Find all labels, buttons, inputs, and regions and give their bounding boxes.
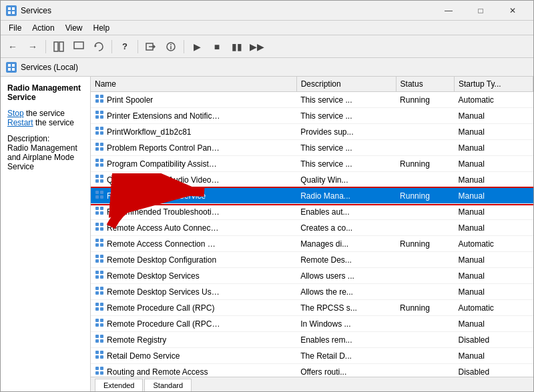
service-status-cell: Running [396,300,454,316]
table-row[interactable]: Remote Procedure Call (RPC)The RPCSS s..… [91,300,533,316]
window-controls: ― □ ✕ [433,1,528,21]
services-table[interactable]: Name Description Status Startup Ty... Pr… [91,77,533,377]
forward-button[interactable]: → [23,38,42,55]
address-bar: Services (Local) [1,58,533,77]
table-row[interactable]: Remote RegistryEnables rem...Disabled [91,332,533,348]
close-button[interactable]: ✕ [497,1,528,21]
table-row[interactable]: Printer Extensions and NotificationsThis… [91,108,533,124]
svg-rect-65 [95,275,99,279]
svg-rect-35 [95,159,99,162]
service-status-cell: Running [396,92,454,108]
show-hide-button[interactable] [49,38,68,55]
table-row[interactable]: PrintWorkflow_d1b2c81Provides sup...Manu… [91,124,533,140]
svg-rect-4 [54,42,58,51]
restart-button[interactable]: ▶▶ [248,38,266,55]
service-status-cell [396,204,454,220]
service-name-text: Program Compatibility Assistant Service [107,159,220,169]
minimize-button[interactable]: ― [433,1,464,21]
svg-rect-28 [100,127,103,130]
table-row[interactable]: Remote Desktop Services UserMode Po...Al… [91,284,533,300]
table-row[interactable]: Remote Procedure Call (RPC) LocatorIn Wi… [91,316,533,332]
properties-button[interactable] [162,38,180,55]
stop-suffix: the service [24,109,65,118]
svg-rect-43 [95,191,99,194]
svg-rect-80 [100,335,103,338]
service-name-cell: Remote Procedure Call (RPC) [91,300,224,315]
menu-bar: File Action View Help [1,21,533,35]
table-row[interactable]: Radio Management ServiceRadio Mana...Run… [91,188,533,204]
pause-button[interactable]: ▮▮ [228,38,246,55]
service-name-text: PrintWorkflow_d1b2c81 [107,127,192,137]
service-icon [95,158,104,169]
svg-rect-89 [95,371,99,375]
restart-link[interactable]: Restart [7,118,33,127]
service-desc-cell: In Windows ... [296,316,396,332]
svg-rect-48 [100,207,103,210]
svg-rect-53 [95,227,99,231]
service-desc-cell: This service ... [296,108,396,124]
service-startup-cell: Manual [454,204,533,220]
export-button[interactable] [142,38,160,55]
menu-help[interactable]: Help [88,22,115,34]
svg-rect-69 [95,291,99,295]
table-row[interactable]: Remote Access Auto Connection Mana...Cre… [91,220,533,236]
service-icon [95,302,104,313]
svg-rect-61 [95,259,99,263]
svg-rect-71 [95,303,99,306]
right-panel: Name Description Status Startup Ty... Pr… [91,77,533,391]
svg-rect-90 [100,371,103,375]
service-name-text: Quality Windows Audio Video Experien... [107,175,220,185]
menu-action[interactable]: Action [27,22,59,34]
service-desc-cell: Manages di... [296,236,396,252]
table-row[interactable]: Recommended Troubleshooting ServiceEnabl… [91,204,533,220]
service-name-cell: Remote Procedure Call (RPC) Locator [91,316,224,331]
play-button[interactable]: ▶ [188,38,206,55]
back-button[interactable]: ← [3,38,22,55]
svg-rect-72 [100,303,103,306]
service-desc-cell: The Retail D... [296,348,396,364]
svg-rect-55 [95,239,99,242]
table-row[interactable]: Program Compatibility Assistant ServiceT… [91,156,533,172]
service-desc-cell: Remote Des... [296,252,396,268]
svg-rect-73 [95,307,99,311]
service-name-cell: Program Compatibility Assistant Service [91,156,224,171]
svg-rect-38 [100,163,103,167]
table-row[interactable]: Problem Reports Control Panel SupportThi… [91,140,533,156]
table-row[interactable]: Retail Demo ServiceThe Retail D...Manual [91,348,533,364]
help-button[interactable]: ? [115,38,134,55]
up-button[interactable] [69,38,88,55]
service-name-text: Remote Access Auto Connection Mana... [107,223,220,233]
service-startup-cell: Manual [454,220,533,236]
service-status-cell [396,284,454,300]
service-desc-cell: This service ... [296,140,396,156]
stop-button[interactable]: ■ [208,38,226,55]
svg-rect-33 [95,147,99,151]
service-desc-cell: Creates a co... [296,220,396,236]
service-name-cell: PrintWorkflow_d1b2c81 [91,124,224,139]
service-desc-cell: This service ... [296,156,396,172]
service-status-cell: Running [396,156,454,172]
refresh-button[interactable] [89,38,108,55]
menu-file[interactable]: File [3,22,27,34]
service-name-cell: Remote Desktop Services UserMode Po... [91,284,224,299]
service-icon [95,142,104,153]
menu-view[interactable]: View [60,22,88,34]
tab-extended[interactable]: Extended [95,379,143,391]
svg-rect-2 [8,11,11,14]
table-row[interactable]: Remote Desktop ConfigurationRemote Des..… [91,252,533,268]
service-status-cell [396,140,454,156]
service-icon [95,126,104,137]
table-row[interactable]: Remote Access Connection ManagerManages … [91,236,533,252]
stop-link[interactable]: Stop [7,109,24,118]
maximize-button[interactable]: □ [465,1,496,21]
table-row[interactable]: Quality Windows Audio Video Experien...Q… [91,172,533,188]
service-name-text: Remote Desktop Configuration [107,255,216,265]
right-panel-wrap: Name Description Status Startup Ty... Pr… [91,77,533,391]
tab-standard[interactable]: Standard [144,379,192,391]
service-name-text: Remote Desktop Services [107,271,200,281]
service-status-cell [396,124,454,140]
table-row[interactable]: Print SpoolerThis service ...RunningAuto… [91,92,533,108]
table-row[interactable]: Routing and Remote AccessOffers routi...… [91,364,533,377]
table-row[interactable]: Remote Desktop ServicesAllows users ...M… [91,268,533,284]
svg-rect-29 [95,131,99,135]
